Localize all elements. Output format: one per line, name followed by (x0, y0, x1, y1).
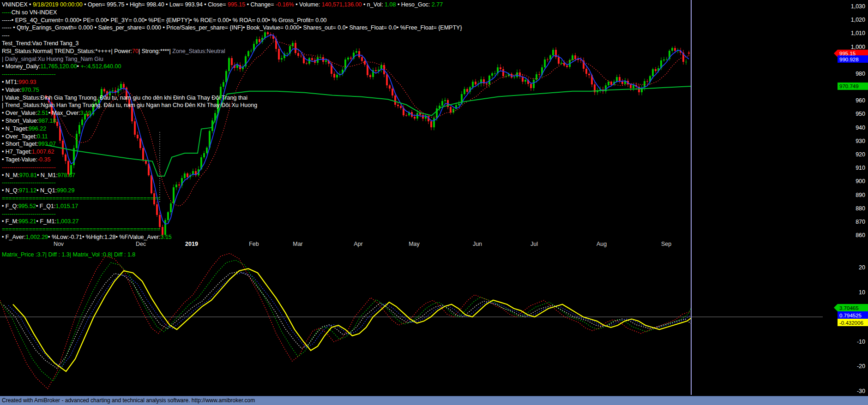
candle-body (264, 32, 266, 38)
overlay-line: • Over_Taget:0.11 (2, 133, 48, 140)
candle-body (536, 74, 537, 80)
candle-body (405, 115, 407, 116)
overlay-line: • Money_Daily:11,765,120.00• +-:4,512,64… (2, 63, 121, 70)
candle-body (187, 173, 188, 177)
axis-label: Dec (136, 241, 146, 247)
candle-body (225, 71, 227, 82)
overlay-line: | Trend_Status:Ngan Han Tang Truong. Đâu… (2, 102, 257, 109)
overlay-line: | Value_Status:Đinh Gia Tang Truong. Đâu… (2, 95, 247, 101)
axis-label: 1,000 (851, 44, 865, 50)
candle-body (392, 89, 393, 95)
candle-body (56, 122, 58, 126)
overlay-line: | Daily_singal:Xu Huong Tang_Nam Giu (2, 56, 103, 63)
candle-body (530, 84, 532, 88)
axis-label: 1,010 (851, 30, 865, 36)
axis-label: 870 (856, 219, 865, 225)
candle-body (297, 53, 299, 56)
axis-label: -0.432006 (839, 320, 863, 326)
candle-body (134, 121, 136, 135)
candle-body (436, 108, 438, 118)
candle-body (286, 54, 288, 54)
candle-body (78, 125, 80, 134)
candle-body (674, 48, 676, 51)
candle-body (350, 58, 352, 59)
candle-body (103, 89, 105, 91)
candle-body (522, 77, 524, 82)
candle-body (386, 74, 388, 85)
candle-body (300, 56, 302, 56)
amibroker-chart-window: 1,0301,0201,0101,00098096095094093092091… (0, 0, 868, 405)
candle-body (486, 83, 488, 85)
overlay-line: ---------------------------- (2, 179, 56, 186)
candle-body (112, 90, 114, 92)
candle-body (516, 72, 518, 77)
axis-label: 990.928 (839, 57, 859, 62)
candle-body (544, 60, 546, 68)
candle-body (416, 113, 418, 119)
candle-body (494, 73, 496, 74)
axis-label: 940 (856, 125, 865, 131)
candle-body (430, 121, 432, 127)
matrix-green-line (0, 260, 691, 381)
overlay-line: ========================================… (2, 195, 160, 202)
axis-label: -10 (857, 339, 865, 345)
candle-body (464, 89, 465, 94)
candle-body (685, 62, 687, 62)
candle-body (311, 58, 313, 60)
candle-body (336, 75, 338, 77)
overlay-line: • F_Aver:1,002.29• %Low:-0.71• %High:1.2… (2, 234, 172, 241)
candle-body (646, 81, 648, 82)
axis-label: 1,030 (851, 3, 865, 10)
candle-body (533, 80, 535, 88)
axis-label: -20 (857, 363, 865, 369)
candle-body (491, 73, 493, 76)
candle-body (389, 85, 391, 89)
candle-body (502, 69, 504, 77)
axis-label: 3.70465 (839, 305, 859, 311)
axis-label: 1,020 (851, 17, 865, 23)
axis-label: Jun (473, 241, 482, 247)
axis-label: Jul (530, 241, 538, 247)
candle-body (561, 63, 562, 64)
crosshair-cursor-line (691, 0, 692, 395)
candle-body (450, 107, 452, 113)
candle-body (588, 74, 590, 75)
overlay-line: • Short_Taget:993.07 (2, 141, 56, 148)
status-bar: Created with AmiBroker - advanced charti… (0, 396, 868, 405)
candle-body (247, 51, 249, 56)
axis-label: 930 (856, 138, 865, 144)
axis-label: Aug (597, 241, 607, 247)
candle-body (441, 101, 443, 106)
candle-body (633, 85, 634, 88)
candle-body (524, 80, 526, 82)
axis-label: May (409, 241, 420, 247)
candle-body (394, 95, 396, 105)
candle-body (65, 155, 66, 161)
candle-body (170, 203, 172, 212)
overlay-line: • Taget-Value:-0.35 (2, 156, 50, 163)
axis-label: Nov (54, 241, 64, 247)
candle-body (139, 138, 141, 148)
candle-body (167, 212, 169, 220)
candle-body (458, 104, 460, 105)
overlay-line: ----- • Qtrly_Earings_Growth= 0.000 • Sa… (2, 24, 462, 31)
oscillator-title: Matrix_Price :3.7| Diff : 1.3| Matrix_Vo… (2, 251, 135, 258)
candle-body (375, 70, 377, 71)
candle-body (616, 77, 618, 81)
candle-body (574, 55, 576, 59)
candle-body (142, 148, 144, 160)
candle-body (630, 84, 632, 88)
candle-body (81, 119, 83, 125)
candle-body (364, 61, 366, 65)
candle-body (572, 55, 573, 60)
candle-body (295, 43, 296, 53)
axis-label: 10 (859, 289, 865, 296)
candle-body (175, 185, 177, 187)
candle-body (306, 63, 307, 64)
overlay-line: • MT1:990.93 (2, 79, 36, 86)
overlay-line: -----• EPS_4Q_Current= 0.000• PE= 0.00• … (2, 17, 327, 24)
candle-body (156, 204, 158, 215)
candle-body (466, 89, 468, 92)
axis-label: Mar (293, 241, 303, 247)
overlay-line: • N_Taget:996.22 (2, 125, 46, 132)
